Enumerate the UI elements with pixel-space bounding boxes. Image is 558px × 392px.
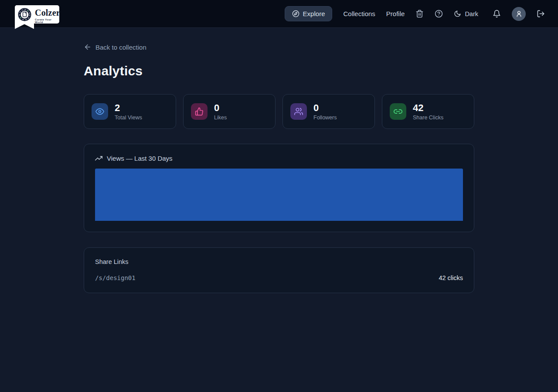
logo-name: Colzer <box>35 8 60 17</box>
stat-card-total-views: 2 Total Views <box>84 94 176 129</box>
share-links-title: Share Links <box>95 258 463 265</box>
top-navbar: Colzer Curate Your World Explore Collect… <box>0 0 558 28</box>
views-chart-card: Views — Last 30 Days <box>84 144 474 232</box>
logo-tagline: Curate Your World <box>35 18 60 24</box>
stat-label-likes: Likes <box>214 115 227 121</box>
trash-icon <box>415 10 424 18</box>
nav-collections-link[interactable]: Collections <box>343 10 375 17</box>
chart-bar <box>242 169 255 221</box>
share-links-card: Share Links /s/design01 42 clicks <box>84 247 474 293</box>
chart-bar <box>291 169 303 221</box>
share-link-row[interactable]: /s/design01 42 clicks <box>95 274 463 281</box>
help-icon <box>435 10 443 18</box>
stat-card-likes: 0 Likes <box>183 94 276 129</box>
compass-icon <box>292 10 299 17</box>
stat-card-share-clicks: 42 Share Clicks <box>382 94 474 129</box>
link-icon <box>390 103 406 120</box>
chart-bar <box>377 169 389 221</box>
nav-profile-link[interactable]: Profile <box>386 10 405 17</box>
chart-bar <box>279 169 291 221</box>
stat-card-followers: 0 Followers <box>282 94 375 129</box>
chart-bar <box>169 169 181 221</box>
chart-bar <box>353 169 365 221</box>
chart-bar <box>328 169 340 221</box>
stat-value-followers: 0 <box>313 103 337 113</box>
dark-mode-label: Dark <box>465 10 478 17</box>
chart-title: Views — Last 30 Days <box>107 155 173 162</box>
stat-label-total-views: Total Views <box>115 115 142 121</box>
stats-grid: 2 Total Views 0 Likes 0 Followers <box>84 94 474 129</box>
chart-bar <box>157 169 169 221</box>
stat-value-total-views: 2 <box>115 103 142 113</box>
chart-bar <box>340 169 353 221</box>
colzer-logo[interactable]: Colzer Curate Your World <box>15 5 59 24</box>
chart-bar <box>267 169 279 221</box>
chart-bar <box>230 169 242 221</box>
chart-header: Views — Last 30 Days <box>95 155 463 162</box>
dark-mode-toggle[interactable]: Dark <box>454 10 478 17</box>
stat-value-share-clicks: 42 <box>413 103 443 113</box>
chart-bar <box>426 169 439 221</box>
share-link-clicks: 42 clicks <box>439 274 463 281</box>
logo-texts: Colzer Curate Your World <box>35 8 60 24</box>
thumbs-up-icon <box>191 103 208 120</box>
chart-bar <box>451 169 463 221</box>
arrow-left-icon <box>84 43 92 51</box>
share-link-path: /s/design01 <box>95 274 136 281</box>
chart-bar <box>107 169 119 221</box>
eye-icon <box>92 103 108 120</box>
chart-bar <box>303 169 316 221</box>
bell-icon <box>493 10 501 18</box>
chart-bar <box>414 169 426 221</box>
back-link-label: Back to collection <box>95 44 146 51</box>
navbar-actions: Explore Collections Profile Dark <box>285 6 545 21</box>
trash-button[interactable] <box>415 10 424 18</box>
user-avatar[interactable] <box>512 7 526 21</box>
help-button[interactable] <box>435 10 443 18</box>
chart-bar <box>193 169 205 221</box>
nav-explore-label: Explore <box>303 10 325 17</box>
analytics-page: Back to collection Analytics 2 Total Vie… <box>84 28 474 293</box>
chart-bar <box>218 169 230 221</box>
nav-explore-button[interactable]: Explore <box>285 6 333 21</box>
chart-bar <box>132 169 144 221</box>
chart-bar <box>144 169 157 221</box>
chart-bar <box>181 169 193 221</box>
chart-bar <box>365 169 377 221</box>
views-bar-chart <box>95 169 463 221</box>
logout-button[interactable] <box>537 10 545 18</box>
users-icon <box>290 103 307 120</box>
chart-bar <box>95 169 107 221</box>
moon-icon <box>454 10 461 17</box>
notifications-button[interactable] <box>493 10 501 18</box>
chart-bar <box>316 169 328 221</box>
colzer-knot-icon <box>18 8 31 21</box>
chart-bar <box>389 169 401 221</box>
stat-label-share-clicks: Share Clicks <box>413 115 443 121</box>
stat-value-likes: 0 <box>214 103 227 113</box>
page-title: Analytics <box>84 64 474 78</box>
trending-up-icon <box>95 155 102 162</box>
user-avatar-icon <box>515 10 523 17</box>
chart-bar <box>402 169 414 221</box>
chart-bar <box>255 169 267 221</box>
chart-bar <box>439 169 451 221</box>
stat-label-followers: Followers <box>313 115 337 121</box>
chart-bar <box>205 169 218 221</box>
back-to-collection-link[interactable]: Back to collection <box>84 43 146 51</box>
chart-bar <box>119 169 132 221</box>
logout-icon <box>537 10 545 18</box>
